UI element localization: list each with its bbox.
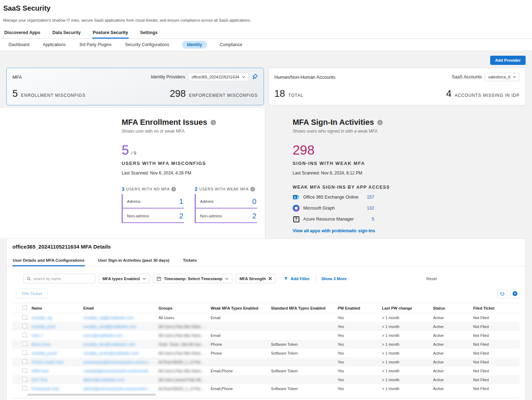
tab-user-signin-activities[interactable]: User Sign-in Activities (past 30 days) — [98, 257, 170, 266]
row-checkbox[interactable] — [22, 341, 27, 346]
app-name: Office 365 Exchange Online — [303, 195, 367, 200]
apps-header: WEAK MFA SIGN-INS BY APP ACCESS — [293, 185, 532, 190]
divider — [316, 276, 316, 282]
mfa-card[interactable]: MFA Identity Providers office365_2024110… — [6, 68, 264, 105]
select-all-checkbox[interactable] — [22, 305, 27, 310]
row-checkbox[interactable] — [22, 315, 27, 320]
add-filter-button[interactable]: Add Filter — [284, 277, 310, 281]
view-all-apps-link[interactable]: View all apps with problematic sign-ins — [293, 228, 375, 233]
tab-discovered-apps[interactable]: Discovered Apps — [4, 29, 41, 38]
mfa-types-filter[interactable]: MFA types Enabled — [99, 274, 150, 283]
info-icon[interactable]: i — [171, 187, 176, 191]
identity-providers-select[interactable]: office365_20241105211634 — [188, 73, 249, 81]
info-icon[interactable]: i — [377, 120, 383, 125]
reset-button[interactable]: Reset — [426, 277, 437, 281]
row-checkbox[interactable] — [22, 386, 27, 390]
table-row[interactable]: smaddy_prod smaddy_prod@oralidader.com A… — [12, 322, 520, 331]
users-with-misconfigs-label: USERS WITH MFA MISCONFIGS — [122, 161, 265, 166]
standard-mfa-cell — [268, 322, 335, 331]
tab-tickets[interactable]: Tickets — [183, 257, 197, 266]
tab-settings[interactable]: Settings — [139, 29, 158, 38]
horizontal-scrollbar[interactable] — [27, 394, 156, 396]
row-checkbox[interactable] — [22, 333, 27, 337]
weak-mfa-cell: Email — [208, 313, 268, 322]
tab-posture-security[interactable]: Posture Security — [92, 29, 129, 38]
mfa-strength-chip[interactable]: MFA Strength — [235, 274, 276, 283]
table-row[interactable]: User 1 user1@oralidader.com All Users,Pa… — [12, 331, 520, 340]
timestamp-filter[interactable]: Timestamp: Select Timestamp — [153, 274, 232, 283]
table-row[interactable]: Prismahad User admin@prismasaasdev.onmic… — [12, 384, 520, 393]
user-email-link[interactable]: smaddy_prod1@oralidader.com — [81, 349, 156, 357]
groups-cell: All Users picked Palo Alto... — [156, 375, 208, 384]
add-provider-button[interactable]: Add Provider — [490, 56, 526, 65]
row-checkbox[interactable] — [22, 350, 27, 355]
table-row[interactable]: IdPA User saasidp@prismasaasdev.onmicros… — [12, 366, 520, 375]
subtab-security-configurations[interactable]: Security Configurations — [124, 41, 170, 49]
tab-user-details-mfa-configurations[interactable]: User Details and MFA Configurations — [12, 257, 85, 266]
download-button[interactable] — [510, 289, 520, 299]
row-checkbox[interactable] — [22, 324, 27, 328]
status-cell: Active — [430, 375, 470, 384]
user-email-link[interactable]: smaddy_prod@oralidader.com — [81, 322, 156, 331]
search-input[interactable] — [33, 277, 92, 281]
info-icon[interactable]: i — [250, 187, 255, 191]
user-name-link[interactable]: User 1 — [29, 331, 81, 340]
user-email-link[interactable]: admin@prismasaasdev.onmicrosoft.com — [81, 384, 156, 393]
col-filed-ticket: Filed Ticket — [470, 303, 520, 313]
search-icon — [27, 277, 31, 281]
show-more-link[interactable]: Show 3 More — [321, 277, 347, 281]
table-row[interactable]: smaddy_sig smaddy_sig@oralidader.com All… — [12, 313, 520, 322]
saas-accounts-select[interactable]: salesforce_6 — [485, 73, 520, 81]
table-row[interactable]: DLP Test dlptest@oralidader.com All User… — [12, 375, 520, 384]
pw-enabled-cell: Yes — [335, 340, 379, 349]
accounts-card[interactable]: Human/Non-Human Accounts SaaS Accounts s… — [268, 68, 526, 105]
app-count[interactable]: 132 — [367, 206, 374, 211]
subtab-3rd-party-plugins[interactable]: 3rd Party Plugins — [78, 41, 112, 49]
user-email-link[interactable]: user1@oralidader.com — [81, 331, 156, 340]
last-pw-change-cell: > 1 month — [379, 366, 430, 375]
pin-icon[interactable] — [250, 72, 259, 81]
user-name-link[interactable]: IdPA User — [29, 366, 81, 375]
table-row[interactable]: Prisma SaaS User prismasaas@prismasaasde… — [12, 357, 520, 366]
subtab-applications[interactable]: Applications — [42, 41, 67, 49]
user-email-link[interactable]: prismasaas@prismasaasdev.onmicrosoft.com — [81, 357, 156, 366]
weak-signins-label: SIGN-INS WITH WEAK MFA — [293, 161, 532, 166]
weak-mfa-cell: Phone — [208, 340, 268, 349]
subtab-identity[interactable]: Identity — [182, 41, 207, 49]
user-name-link[interactable]: smaddy_prod1 — [29, 349, 81, 357]
user-email-link[interactable]: smaddy_dev@oralidader.com — [81, 340, 156, 349]
groups-cell: All Users,Palo Alto Networ... — [156, 331, 208, 340]
user-name-link[interactable]: smaddy_sig — [29, 313, 81, 322]
row-checkbox[interactable] — [22, 368, 27, 373]
app-count[interactable]: 157 — [367, 195, 374, 200]
subtab-dashboard[interactable]: Dashboard — [8, 41, 30, 49]
content-band: Add Provider MFA Identity Providers offi… — [0, 51, 532, 238]
table-row[interactable]: smaddy_prod1 smaddy_prod1@oralidader.com… — [12, 349, 520, 357]
search-box[interactable] — [23, 274, 95, 283]
user-name-link[interactable]: smaddy_prod — [29, 322, 81, 331]
user-email-link[interactable]: smaddy_sig@oralidader.com — [81, 313, 156, 322]
user-name-link[interactable]: Prismahad User — [29, 384, 81, 393]
tab-data-security[interactable]: Data Security — [52, 29, 82, 38]
pw-enabled-cell: Yes — [335, 322, 379, 331]
user-email-link[interactable]: saasidp@prismasaasdev.onmicrosoft.com — [81, 366, 156, 375]
info-icon[interactable]: i — [211, 120, 216, 125]
user-name-link[interactable]: DLP Test — [29, 375, 81, 384]
enforcement-misconfigs-label: ENFORCEMENT MISCONFIGS — [189, 93, 258, 98]
weak-mfa-cell: Phone — [208, 349, 268, 357]
col-standard-mfa: Standard MFA Types Enabled — [268, 303, 335, 313]
last-pw-change-cell: > 1 month — [379, 349, 430, 357]
row-checkbox[interactable] — [22, 377, 27, 382]
subtab-compliance[interactable]: Compliance — [219, 41, 243, 49]
app-count[interactable]: 5 — [372, 217, 374, 222]
main-tabs: Discovered Apps Data Security Posture Se… — [0, 22, 532, 39]
row-checkbox[interactable] — [22, 359, 27, 364]
col-email: Email — [81, 303, 156, 313]
refresh-button[interactable] — [498, 289, 507, 299]
user-name-link[interactable]: Prisma SaaS User — [29, 357, 81, 366]
close-icon[interactable] — [268, 277, 272, 280]
file-ticket-button[interactable]: File Ticket — [16, 289, 48, 299]
table-row[interactable]: Block Grey smaddy_dev@oralidader.com Yea… — [12, 340, 520, 349]
user-name-link[interactable]: Block Grey — [29, 340, 81, 349]
user-email-link[interactable]: dlptest@oralidader.com — [81, 375, 156, 384]
